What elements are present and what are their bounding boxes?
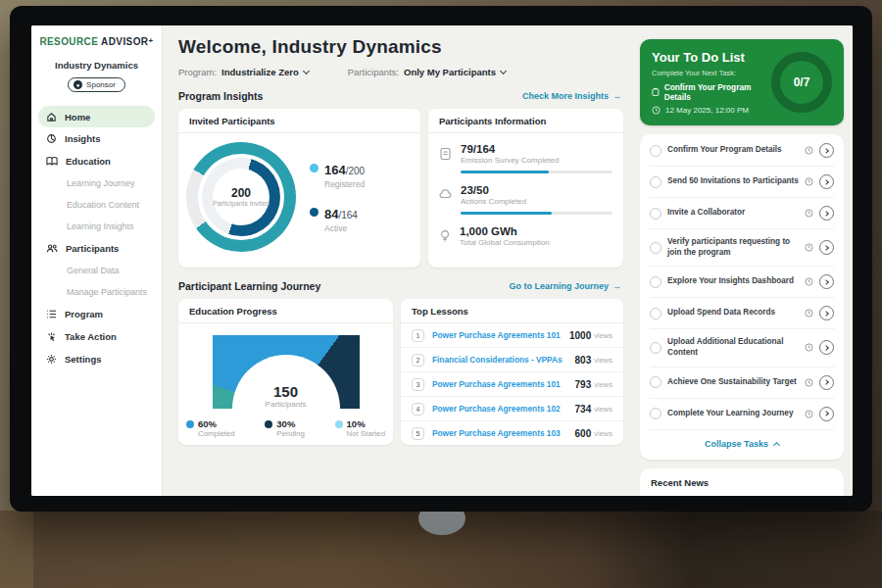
task-open-button[interactable] bbox=[819, 375, 834, 390]
lesson-rank: 3 bbox=[412, 378, 424, 391]
emission-survey-label: Emission Survey Completed bbox=[461, 156, 612, 165]
lesson-row: 2 Financial Considerations - VPPAs 803 v… bbox=[401, 348, 623, 372]
task-checkbox[interactable] bbox=[650, 342, 662, 354]
task-row-achieve-target[interactable]: Achieve One Sustainability Target bbox=[650, 368, 834, 399]
task-row-complete-learning-journey[interactable]: Complete Your Learning Journey bbox=[650, 399, 834, 430]
completed-label: Completed bbox=[198, 429, 235, 438]
sponsor-badge[interactable]: ● Sponsor bbox=[68, 77, 125, 92]
sidebar-item-manage-participants[interactable]: Manage Participants bbox=[31, 281, 162, 303]
todo-next-task: Confirm Your Program Details bbox=[652, 82, 763, 102]
lesson-link[interactable]: Power Purchase Agreements 103 bbox=[432, 428, 575, 438]
task-row-invite-collaborator[interactable]: Invite a Collaborator bbox=[650, 198, 834, 229]
task-row-send-invitations[interactable]: Send 50 Invitations to Participants bbox=[650, 167, 834, 198]
todo-subtitle: Complete Your Next Task: bbox=[652, 69, 763, 77]
education-progress-body: 150 Participants 60% Completed bbox=[178, 323, 393, 442]
lesson-link[interactable]: Power Purchase Agreements 101 bbox=[432, 379, 575, 389]
take-action-icon bbox=[46, 331, 57, 342]
participants-filter-select[interactable]: Only My Participants bbox=[404, 67, 506, 77]
sidebar-item-general-data[interactable]: General Data bbox=[31, 260, 162, 281]
chevron-right-icon bbox=[823, 245, 829, 251]
registered-total: /200 bbox=[346, 166, 365, 176]
sidebar-item-label: Participants bbox=[66, 243, 119, 254]
task-open-button[interactable] bbox=[819, 174, 834, 189]
task-checkbox[interactable] bbox=[650, 242, 662, 254]
sidebar-item-label: Education bbox=[66, 156, 111, 167]
task-row-verify-participants[interactable]: Verify participants requesting to join t… bbox=[650, 229, 834, 267]
task-checkbox[interactable] bbox=[650, 145, 662, 157]
task-row-upload-spend-data[interactable]: Upload Spend Data Records bbox=[650, 298, 834, 329]
program-filter-label: Program: bbox=[178, 67, 217, 77]
check-more-insights-link[interactable]: Check More Insights → bbox=[522, 91, 621, 101]
sidebar-item-learning-insights[interactable]: Learning Insights bbox=[31, 216, 162, 237]
legend-dot bbox=[310, 164, 318, 172]
task-open-button[interactable] bbox=[819, 206, 834, 220]
sidebar-item-learning-journey[interactable]: Learning Journey bbox=[31, 172, 162, 194]
legend-item-completed: 60% Completed bbox=[186, 418, 235, 438]
program-icon bbox=[46, 309, 57, 319]
sidebar-item-participants[interactable]: Participants bbox=[31, 237, 162, 260]
go-to-learning-journey-label: Go to Learning Journey bbox=[509, 281, 609, 291]
sidebar-item-settings[interactable]: Settings bbox=[31, 348, 162, 370]
sidebar-item-take-action[interactable]: Take Action bbox=[31, 325, 162, 348]
task-row-explore-insights[interactable]: Explore Your Insights Dashboard bbox=[650, 267, 834, 298]
active-label: Active bbox=[324, 223, 358, 233]
lesson-row: 4 Power Purchase Agreements 102 734 view… bbox=[401, 397, 623, 421]
sidebar-item-education[interactable]: Education bbox=[31, 150, 162, 172]
task-checkbox[interactable] bbox=[650, 176, 662, 188]
sidebar-item-label: Manage Participants bbox=[67, 287, 147, 297]
task-label: Upload Spend Data Records bbox=[667, 308, 799, 318]
task-row-upload-educational-content[interactable]: Upload Additional Educational Content bbox=[650, 329, 834, 367]
recent-news-title: Recent News bbox=[651, 477, 833, 496]
sidebar-item-education-content[interactable]: Education Content bbox=[31, 194, 162, 216]
chevron-right-icon bbox=[823, 211, 829, 217]
program-filter-value: Industrialize Zero bbox=[221, 67, 299, 77]
survey-icon bbox=[439, 147, 452, 161]
program-filter-select[interactable]: Industrialize Zero bbox=[221, 67, 309, 77]
lesson-link[interactable]: Financial Considerations - VPPAs bbox=[432, 355, 575, 365]
arrow-right-icon: → bbox=[612, 281, 621, 291]
task-checkbox[interactable] bbox=[650, 276, 662, 288]
task-open-button[interactable] bbox=[819, 407, 834, 421]
chevron-down-icon bbox=[500, 68, 507, 74]
collapse-tasks-button[interactable]: Collapse Tasks bbox=[650, 430, 834, 459]
pending-label: Pending bbox=[276, 429, 305, 438]
sidebar-item-insights[interactable]: Insights bbox=[31, 127, 162, 150]
sidebar-item-label: General Data bbox=[67, 266, 120, 275]
task-clock-icon bbox=[805, 209, 813, 218]
legend-dot bbox=[335, 420, 343, 428]
program-insights-title: Program Insights bbox=[178, 90, 263, 102]
task-open-button[interactable] bbox=[819, 143, 834, 158]
page-title: Welcome, Industry Dynamics bbox=[178, 36, 623, 58]
lesson-views: 1000 bbox=[569, 330, 591, 341]
sidebar-item-program[interactable]: Program bbox=[31, 303, 162, 325]
clipboard-icon bbox=[652, 87, 660, 97]
go-to-learning-journey-link[interactable]: Go to Learning Journey → bbox=[509, 281, 621, 291]
gauge-center: 150 Participants bbox=[213, 383, 360, 409]
participants-information-body: 79/164 Emission Survey Completed 23/50 A… bbox=[428, 133, 623, 268]
actions-completed-progressbar bbox=[461, 212, 612, 215]
lesson-link[interactable]: Power Purchase Agreements 101 bbox=[432, 330, 569, 340]
sidebar-item-home[interactable]: Home bbox=[38, 106, 155, 127]
task-checkbox[interactable] bbox=[650, 408, 662, 419]
completed-pct: 60% bbox=[198, 418, 235, 429]
task-open-button[interactable] bbox=[819, 240, 834, 255]
pending-pct: 30% bbox=[276, 418, 305, 429]
task-clock-icon bbox=[805, 277, 813, 286]
task-checkbox[interactable] bbox=[650, 308, 662, 319]
legend-dot bbox=[265, 420, 272, 428]
task-label: Verify participants requesting to join t… bbox=[667, 237, 799, 258]
legend-item-active: 84/164 Active bbox=[310, 205, 365, 233]
global-consumption-label: Total Global Consumption bbox=[460, 238, 612, 247]
task-checkbox[interactable] bbox=[650, 376, 662, 388]
task-open-button[interactable] bbox=[819, 340, 834, 355]
lesson-link[interactable]: Power Purchase Agreements 102 bbox=[432, 404, 575, 414]
todo-tasks-card: Confirm Your Program Details Send 50 Inv… bbox=[640, 134, 844, 460]
task-row-confirm-program[interactable]: Confirm Your Program Details bbox=[650, 135, 834, 167]
task-open-button[interactable] bbox=[819, 274, 834, 289]
task-checkbox[interactable] bbox=[650, 208, 662, 220]
legend-item-not-started: 10% Not Started bbox=[335, 418, 385, 438]
participants-filter-label: Participants: bbox=[348, 67, 399, 77]
task-open-button[interactable] bbox=[819, 306, 834, 320]
lesson-row: 3 Power Purchase Agreements 101 793 view… bbox=[401, 372, 623, 397]
sidebar-item-label: Education Content bbox=[67, 200, 139, 210]
